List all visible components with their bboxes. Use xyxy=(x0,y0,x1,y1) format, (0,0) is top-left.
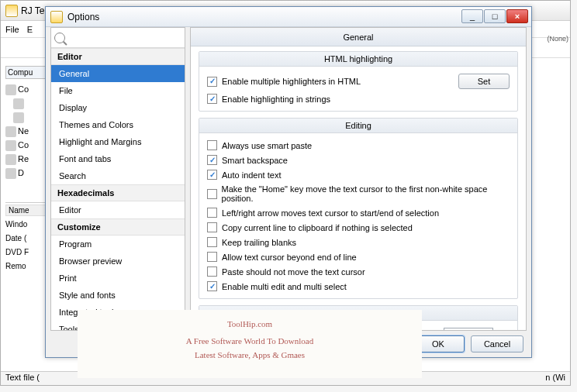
option-row: Enable multi edit and multi select xyxy=(207,279,510,294)
content-body: HTML highlighting Enable multiple highli… xyxy=(191,46,526,330)
side-panel-header: Compu xyxy=(5,66,49,79)
tree-item[interactable]: Re xyxy=(5,152,49,166)
nav-header-hex: Hexadecimals xyxy=(51,184,185,201)
tree-item[interactable]: Co xyxy=(5,138,49,152)
nav-item-display[interactable]: Display xyxy=(51,99,185,116)
nav-header-editor: Editor xyxy=(51,48,185,65)
nav-item-hex-editor[interactable]: Editor xyxy=(51,201,185,218)
nav-item-program[interactable]: Program xyxy=(51,236,185,253)
nav-item-font[interactable]: Font and tabs xyxy=(51,150,185,167)
banner-line3: Latest Software, Apps & Gmaes xyxy=(195,350,305,359)
checkbox-editing-7[interactable] xyxy=(207,252,217,262)
checkbox-enable-multi-highlighters[interactable] xyxy=(207,77,217,87)
option-row: Smart backspace xyxy=(207,153,510,167)
checkbox-label: Paste should not move the text cursor xyxy=(222,267,365,277)
content-title: General xyxy=(191,28,526,46)
side-panel: Compu Co Ne Co Re D xyxy=(5,66,49,180)
checkbox-label: Keep trailing blanks xyxy=(222,238,296,247)
status-right: n (Wi xyxy=(545,373,565,384)
watermark-banner: ToolHip.com A Free Software World To Dow… xyxy=(78,310,422,378)
app-title: RJ Te xyxy=(21,5,44,16)
file-list-header[interactable]: Name xyxy=(5,205,50,216)
search-icon xyxy=(54,33,65,43)
network-icon xyxy=(5,126,16,137)
minimize-button[interactable]: _ xyxy=(461,9,483,23)
tree-item[interactable]: Ne xyxy=(5,124,49,138)
checkbox-label: Make the "Home" key move the text cursor… xyxy=(222,184,510,203)
drive-icon xyxy=(13,98,24,109)
list-item[interactable]: DVD F xyxy=(5,246,50,260)
nav-item-general[interactable]: General xyxy=(51,65,185,82)
checkbox-editing-1[interactable] xyxy=(207,155,217,165)
checkbox-editing-3[interactable] xyxy=(207,189,217,199)
delay-combo[interactable]: 1000 ▼ xyxy=(444,328,493,330)
minimize-icon: _ xyxy=(470,12,475,21)
search-input[interactable] xyxy=(68,33,181,43)
tree-item[interactable] xyxy=(5,96,49,110)
set-button[interactable]: Set xyxy=(458,74,510,89)
app-icon xyxy=(5,5,18,17)
checkbox-editing-5[interactable] xyxy=(207,222,217,232)
status-left: Text file ( xyxy=(5,373,40,384)
checkbox-label: Smart backspace xyxy=(222,156,288,165)
option-row: Enable highlighting in strings xyxy=(207,91,510,106)
nav-header-customize: Customize xyxy=(51,218,185,236)
nav-item-themes[interactable]: Themes and Colors xyxy=(51,116,185,133)
banner-line1: ToolHip.com xyxy=(227,319,272,328)
dialog-title: Options xyxy=(67,12,99,22)
nav-item-print[interactable]: Print xyxy=(51,270,185,287)
tree-item[interactable]: Co xyxy=(5,82,49,96)
nav-item-file[interactable]: File xyxy=(51,82,185,99)
checkbox-label: Enable multi edit and multi select xyxy=(222,282,347,291)
banner-line2: A Free Software World To Download xyxy=(186,336,313,346)
checkbox-label: Allow text cursor beyond end of line xyxy=(222,253,357,262)
maximize-button[interactable]: □ xyxy=(484,9,506,23)
section-header: Editing xyxy=(199,119,517,133)
option-row: Make the "Home" key move the text cursor… xyxy=(207,182,510,205)
options-content: General HTML highlighting Enable multipl… xyxy=(190,27,527,331)
dialog-footer: OK Cancel xyxy=(412,335,523,352)
option-row: Allow text cursor beyond end of line xyxy=(207,249,510,264)
checkbox-editing-4[interactable] xyxy=(207,208,217,218)
option-row: Paste should not move the text cursor xyxy=(207,264,510,279)
checkbox-label: Enable multiple highlighters in HTML xyxy=(222,77,454,86)
file-list: Name Windo Date ( DVD F Remo xyxy=(5,202,50,273)
list-item[interactable]: Remo xyxy=(5,260,50,273)
recycle-icon xyxy=(5,154,16,165)
checkbox-editing-0[interactable] xyxy=(207,140,217,150)
option-row: Keep trailing blanks xyxy=(207,235,510,249)
options-dialog: Options _ □ × Editor General File Displa… xyxy=(45,6,532,358)
drive-icon xyxy=(5,84,16,95)
menu-edit[interactable]: E xyxy=(27,25,33,34)
option-row: Left/right arrow moves text cursor to st… xyxy=(207,205,510,220)
checkbox-editing-8[interactable] xyxy=(207,266,217,277)
section-editing: Editing Always use smart pasteSmart back… xyxy=(199,118,518,299)
nav-item-search[interactable]: Search xyxy=(51,167,185,184)
checkbox-label: Copy current line to clipboard if nothin… xyxy=(222,223,413,232)
control-icon xyxy=(5,140,16,151)
checkbox-editing-2[interactable] xyxy=(207,170,217,180)
option-row: Auto indent text xyxy=(207,167,510,182)
checkbox-editing-6[interactable] xyxy=(207,237,217,247)
option-row: Copy current line to clipboard if nothin… xyxy=(207,220,510,235)
menu-file[interactable]: File xyxy=(5,25,19,34)
close-button[interactable]: × xyxy=(506,9,528,23)
nav-item-browser[interactable]: Browser preview xyxy=(51,253,185,270)
nav-item-style[interactable]: Style and fonts xyxy=(51,287,185,304)
nav-item-highlight[interactable]: Highlight and Margins xyxy=(51,133,185,150)
close-icon: × xyxy=(515,12,520,21)
list-item[interactable]: Date ( xyxy=(5,232,50,246)
folder-icon xyxy=(5,168,16,179)
checkbox-enable-string-highlighting[interactable] xyxy=(207,94,217,104)
option-row: Enable multiple highlighters in HTML Set xyxy=(207,71,510,91)
options-nav: Editor General File Display Themes and C… xyxy=(50,27,185,331)
tree-item[interactable]: D xyxy=(5,166,49,180)
dialog-titlebar: Options _ □ × xyxy=(46,7,531,27)
checkbox-label: Always use smart paste xyxy=(222,141,312,150)
cancel-button[interactable]: Cancel xyxy=(471,335,523,352)
section-html-highlighting: HTML highlighting Enable multiple highli… xyxy=(199,51,518,112)
checkbox-label: Left/right arrow moves text cursor to st… xyxy=(222,208,439,218)
checkbox-editing-9[interactable] xyxy=(207,281,217,291)
tree-item[interactable] xyxy=(5,110,49,124)
list-item[interactable]: Windo xyxy=(5,218,50,232)
